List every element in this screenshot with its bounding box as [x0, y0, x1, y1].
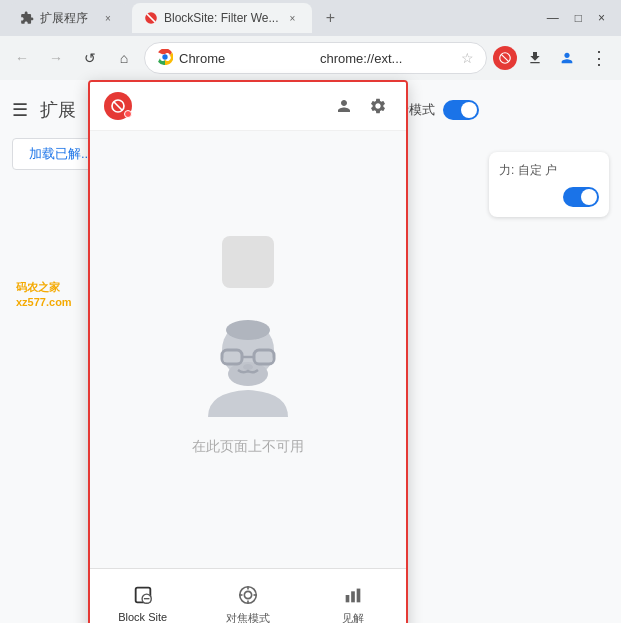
svg-point-13 — [243, 364, 253, 370]
insights-icon — [341, 583, 365, 607]
watermark-line2: xz577.com — [16, 295, 72, 310]
unavailable-text: 在此页面上不可用 — [192, 438, 304, 456]
svg-point-19 — [244, 591, 251, 598]
tab-bar: 扩展程序 × BlockSite: Filter We... × + — □ × — [0, 0, 621, 36]
popup-header — [90, 82, 406, 131]
blocksite-toolbar-button[interactable] — [493, 46, 517, 70]
footer-tab-block-site-label: Block Site — [118, 611, 167, 623]
popup-settings-button[interactable] — [364, 92, 392, 120]
footer-tab-focus-mode[interactable]: 对焦模式 — [195, 579, 300, 623]
watermark: 码农之家 xz577.com — [16, 280, 72, 311]
svg-line-4 — [501, 54, 508, 61]
extensions-title: 扩展 — [40, 98, 76, 122]
svg-rect-24 — [346, 595, 350, 602]
footer-tab-focus-label: 对焦模式 — [226, 611, 270, 623]
svg-point-8 — [226, 320, 270, 340]
chrome-label: Chrome — [179, 51, 314, 66]
address-bar[interactable]: Chrome chrome://ext... ☆ — [144, 42, 487, 74]
puzzle-icon — [20, 11, 34, 25]
focus-mode-icon — [236, 583, 260, 607]
tab-blocksite[interactable]: BlockSite: Filter We... × — [132, 3, 312, 33]
svg-line-6 — [114, 102, 122, 110]
refresh-button[interactable]: ↺ — [76, 44, 104, 72]
home-button[interactable]: ⌂ — [110, 44, 138, 72]
blocksite-popup: 在此页面上不可用 Block Site — [88, 80, 408, 623]
maximize-button[interactable]: □ — [575, 11, 582, 25]
right-card-toggle-area — [499, 187, 599, 207]
new-tab-button[interactable]: + — [316, 4, 344, 32]
downloads-button[interactable] — [521, 44, 549, 72]
dev-mode-toggle[interactable] — [443, 100, 479, 120]
popup-logo-dot — [124, 110, 132, 118]
url-text: chrome://ext... — [320, 51, 455, 66]
more-menu-button[interactable]: ⋮ — [585, 44, 613, 72]
right-card-text: 力: 自定 户 — [499, 162, 599, 179]
tab-blocksite-close[interactable]: × — [284, 10, 300, 26]
block-site-icon — [131, 583, 155, 607]
svg-rect-26 — [357, 589, 361, 603]
unavailable-illustration: 在此页面上不可用 — [192, 312, 304, 456]
page-content: ☰ 扩展 开发者模式 加载已解... 码农之家 xz577.com 力: 自定 … — [0, 80, 621, 623]
star-icon[interactable]: ☆ — [461, 50, 474, 66]
forward-button[interactable]: → — [42, 44, 70, 72]
chrome-logo-icon — [157, 49, 173, 68]
profile-button[interactable] — [553, 44, 581, 72]
popup-account-button[interactable] — [330, 92, 358, 120]
svg-rect-25 — [351, 591, 355, 602]
popup-square-icon — [222, 236, 274, 288]
tab-extensions-close[interactable]: × — [100, 10, 116, 26]
popup-footer: Block Site 对焦模式 — [90, 568, 406, 623]
popup-logo — [104, 92, 132, 120]
back-button[interactable]: ← — [8, 44, 36, 72]
svg-point-2 — [162, 54, 167, 59]
popup-body: 在此页面上不可用 — [90, 131, 406, 568]
tab-extensions-label: 扩展程序 — [40, 10, 88, 27]
tab-blocksite-label: BlockSite: Filter We... — [164, 11, 278, 25]
right-card: 力: 自定 户 — [489, 152, 609, 217]
watermark-line1: 码农之家 — [16, 280, 72, 295]
footer-tab-insights-label: 见解 — [342, 611, 364, 623]
minimize-button[interactable]: — — [547, 11, 559, 25]
footer-tab-insights[interactable]: 见解 — [301, 579, 406, 623]
close-button[interactable]: × — [598, 11, 605, 25]
footer-tab-block-site[interactable]: Block Site — [90, 579, 195, 623]
avatar-icon — [198, 312, 298, 422]
address-bar-row: ← → ↺ ⌂ Chrome chrome://ext... ☆ — [0, 36, 621, 80]
toolbar-icons: ⋮ — [493, 44, 613, 72]
window-controls: — □ × — [547, 11, 613, 25]
browser-frame: 扩展程序 × BlockSite: Filter We... × + — □ ×… — [0, 0, 621, 623]
tab-extensions[interactable]: 扩展程序 × — [8, 3, 128, 33]
hamburger-menu-button[interactable]: ☰ — [12, 99, 28, 121]
blocksite-tab-icon — [144, 11, 158, 25]
right-card-toggle[interactable] — [563, 187, 599, 207]
